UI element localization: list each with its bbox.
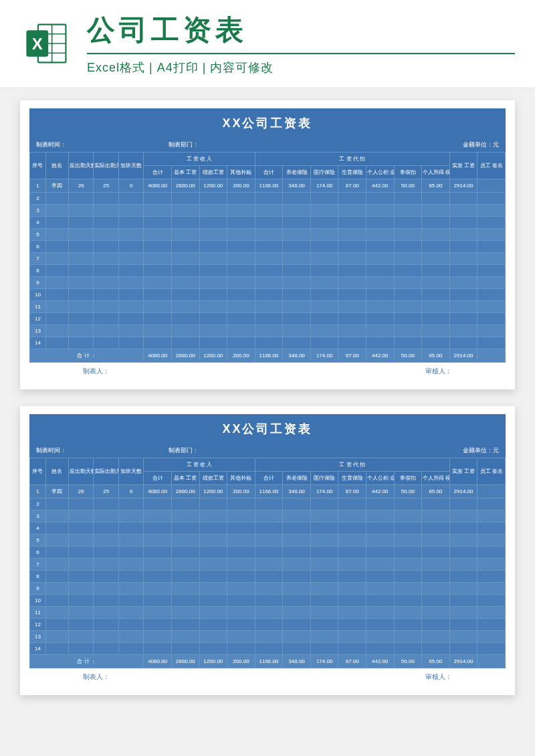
salary-table: 序号姓名 应出勤天数实际出勤天数加班天数 工 资 收 入 工 资 代 扣 实发 … (29, 458, 506, 668)
sheet-card-1: XX公司工资表 制表时间： 制表部门： 金额单位：元 序号姓名 应出勤天数实际出… (20, 100, 515, 389)
table-row: 14 (30, 337, 506, 349)
meta-unit: 金额单位：元 (366, 140, 499, 149)
sheet-card-2: XX公司工资表 制表时间： 制表部门： 金额单位：元 序号姓名 应出勤天数实际出… (20, 406, 515, 695)
template-header: X 公司工资表 Excel格式 | A4打印 | 内容可修改 (0, 0, 535, 87)
divider (87, 53, 515, 54)
table-row: 9 (30, 583, 506, 595)
meta-time: 制表时间： (36, 446, 169, 455)
table-row: 6 (30, 241, 506, 253)
salary-table: 序号姓名 应出勤天数实际出勤天数加班天数 工 资 收 入 工 资 代 扣 实发 … (29, 152, 506, 363)
table-row: 6 (30, 547, 506, 559)
meta-dept: 制表部门： (169, 446, 367, 455)
template-title: 公司工资表 (87, 11, 515, 49)
meta-row: 制表时间： 制表部门： 金额单位：元 (29, 444, 506, 458)
sum-row: 合 计 ： 4080.002880.001200.00200.00 1166.0… (30, 655, 506, 668)
table-row: 8 (30, 571, 506, 583)
table-row: 9 (30, 277, 506, 289)
table-row: 5 (30, 229, 506, 241)
excel-icon: X (20, 17, 74, 70)
footer-reviewer: 审核人： (425, 367, 452, 376)
table-row: 2 (30, 498, 506, 510)
sheet-title: XX公司工资表 (29, 108, 506, 138)
table-row: 11 (30, 301, 506, 313)
table-row: 7 (30, 559, 506, 571)
sheet-title: XX公司工资表 (29, 414, 506, 444)
meta-time: 制表时间： (36, 140, 169, 149)
table-row: 13 (30, 631, 506, 643)
table-row: 2 (30, 193, 506, 205)
table-row: 10 (30, 595, 506, 607)
table-row: 4 (30, 523, 506, 535)
footer-reviewer: 审核人： (425, 672, 452, 682)
table-row: 7 (30, 253, 506, 265)
sum-row: 合 计 ： 4080.002880.001200.00200.00 1166.0… (30, 349, 506, 363)
page-area: XX公司工资表 制表时间： 制表部门： 金额单位：元 序号姓名 应出勤天数实际出… (0, 87, 535, 708)
meta-dept: 制表部门： (169, 140, 367, 149)
table-row: 12 (30, 619, 506, 631)
table-row: 1李四26250 4080.002880.001200.00200.00 116… (30, 179, 506, 193)
sheet-footer: 制表人： 审核人： (29, 363, 506, 376)
svg-text:X: X (32, 35, 43, 53)
table-row: 12 (30, 313, 506, 325)
table-row: 11 (30, 607, 506, 619)
table-row: 10 (30, 289, 506, 301)
table-row: 14 (30, 643, 506, 655)
table-row: 5 (30, 535, 506, 547)
footer-preparer: 制表人： (83, 672, 110, 682)
table-row: 3 (30, 510, 506, 523)
sheet-footer: 制表人： 审核人： (29, 668, 506, 682)
template-subtitle: Excel格式 | A4打印 | 内容可修改 (87, 60, 515, 76)
table-row: 1李四26250 4080.002880.001200.00200.00 116… (30, 485, 506, 498)
meta-unit: 金额单位：元 (366, 446, 499, 455)
table-row: 8 (30, 265, 506, 277)
table-row: 13 (30, 325, 506, 337)
footer-preparer: 制表人： (83, 367, 110, 376)
table-row: 3 (30, 205, 506, 217)
meta-row: 制表时间： 制表部门： 金额单位：元 (29, 138, 506, 152)
table-row: 4 (30, 217, 506, 229)
